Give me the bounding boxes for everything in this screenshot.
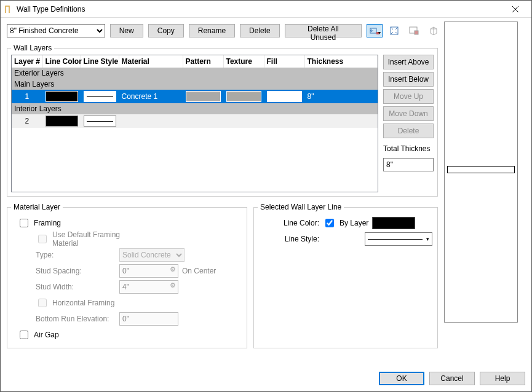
cancel-button[interactable]: Cancel: [429, 372, 475, 385]
material-cell[interactable]: Concrete 1: [119, 90, 183, 103]
close-icon: [512, 6, 518, 12]
delete-button[interactable]: Delete: [240, 24, 280, 37]
layers-grid[interactable]: Layer # Line Color Line Style Material P…: [11, 55, 378, 192]
framing-type-select: Solid Concrete: [119, 248, 185, 262]
wall-preview: [444, 22, 518, 323]
titlebar: Wall Type Definitions: [1, 1, 531, 18]
layer-side-buttons: Insert Above Insert Below Move Up Move D…: [383, 55, 434, 192]
wall-layers-fieldset: Wall Layers Layer # Line Color Line Styl…: [7, 44, 438, 197]
line-style-swatch[interactable]: [84, 116, 116, 127]
new-button[interactable]: New: [110, 24, 143, 37]
material-cell[interactable]: [119, 114, 183, 128]
type-label: Type:: [36, 251, 116, 259]
total-thickness-label: Total Thicknes: [383, 141, 434, 155]
dialog-footer: OK Cancel Help: [379, 372, 525, 385]
chevron-down-icon: ▾: [426, 236, 429, 242]
line-style-preview: [368, 239, 423, 240]
app-icon: [4, 5, 13, 14]
pattern-swatch[interactable]: [186, 91, 221, 102]
on-center-label: On Center: [182, 267, 216, 275]
stud-width-label: Stud Width:: [36, 283, 116, 291]
air-gap-label: Air Gap: [34, 331, 114, 339]
help-button[interactable]: Help: [480, 372, 525, 385]
selected-layer-line-legend: Selected Wall Layer Line: [258, 203, 344, 211]
texture-swatch[interactable]: [226, 91, 261, 102]
section-main[interactable]: Main Layers: [12, 79, 378, 90]
layer-num: 1: [12, 90, 42, 103]
wall-preview-graphic: [447, 166, 515, 173]
view-mode-expand-icon[interactable]: [386, 24, 402, 37]
svg-rect-6: [415, 31, 418, 34]
section-exterior[interactable]: Exterior Layers: [12, 68, 378, 79]
view-mode-layers-icon[interactable]: ▾: [367, 24, 383, 37]
total-thickness-field[interactable]: [383, 158, 434, 171]
toolbar: 8" Finished Concrete New Copy Rename Del…: [1, 18, 444, 40]
wall-layers-legend: Wall Layers: [11, 44, 54, 52]
line-style-label: Line Style:: [276, 235, 319, 243]
line-color-swatch[interactable]: [46, 91, 78, 102]
insert-below-button[interactable]: Insert Below: [383, 72, 434, 87]
line-color-label: Line Color:: [276, 219, 319, 227]
close-button[interactable]: [503, 1, 528, 17]
rename-button[interactable]: Rename: [189, 24, 235, 37]
col-thickness: Thickness: [304, 55, 378, 68]
horizontal-framing-checkbox: [38, 299, 47, 307]
stud-spacing-label: Stud Spacing:: [36, 267, 116, 275]
by-layer-checkbox[interactable]: [325, 219, 334, 227]
delete-layer-button[interactable]: Delete: [383, 123, 434, 138]
col-line-color: Line Color: [42, 55, 81, 68]
use-default-framing-label: Use Default Framing Material: [52, 230, 132, 248]
use-default-framing-checkbox: [38, 235, 47, 243]
material-layer-fieldset: Material Layer Framing Use Default Frami…: [7, 203, 247, 348]
fill-swatch[interactable]: [267, 91, 302, 102]
bottom-run-field: [119, 312, 178, 326]
move-down-button[interactable]: Move Down: [383, 106, 434, 121]
wall-type-dropdown[interactable]: 8" Finished Concrete: [7, 24, 105, 37]
horizontal-framing-label: Horizontal Framing: [52, 299, 132, 307]
by-layer-label: By Layer: [339, 219, 368, 227]
stud-width-field: [119, 280, 178, 294]
col-layer-num: Layer #: [12, 55, 42, 68]
view-mode-3d-icon[interactable]: [426, 24, 442, 37]
layer-row-1[interactable]: 1 Concrete 1 8": [12, 90, 378, 103]
framing-label: Framing: [34, 219, 114, 227]
ok-button[interactable]: OK: [379, 372, 424, 385]
bottom-run-label: Bottom Run Elevation:: [36, 315, 116, 323]
line-style-swatch[interactable]: [84, 91, 116, 102]
col-fill: Fill: [264, 55, 304, 68]
stud-spacing-field: [119, 264, 178, 278]
col-texture: Texture: [223, 55, 264, 68]
layers-header-row: Layer # Line Color Line Style Material P…: [12, 55, 378, 68]
material-layer-legend: Material Layer: [11, 203, 63, 211]
window-title: Wall Type Definitions: [17, 5, 503, 14]
move-up-button[interactable]: Move Up: [383, 89, 434, 104]
selected-layer-line-fieldset: Selected Wall Layer Line Line Color: By …: [253, 203, 438, 348]
col-material: Material: [119, 55, 183, 68]
line-color-swatch[interactable]: [46, 116, 78, 127]
view-mode-detail-icon[interactable]: [406, 24, 422, 37]
section-interior[interactable]: Interior Layers: [12, 103, 378, 114]
air-gap-checkbox[interactable]: [20, 331, 28, 339]
copy-button[interactable]: Copy: [148, 24, 184, 37]
layer-num: 2: [12, 114, 42, 128]
col-line-style: Line Style: [81, 55, 119, 68]
col-pattern: Pattern: [183, 55, 223, 68]
line-color-swatch-button[interactable]: [372, 217, 415, 229]
line-style-dropdown[interactable]: ▾: [365, 232, 432, 246]
insert-above-button[interactable]: Insert Above: [383, 55, 434, 69]
layer-row-2[interactable]: 2: [12, 114, 378, 128]
delete-unused-button[interactable]: Delete All Unused: [285, 24, 362, 37]
framing-checkbox[interactable]: [20, 219, 28, 227]
thickness-cell[interactable]: 8": [304, 90, 378, 103]
